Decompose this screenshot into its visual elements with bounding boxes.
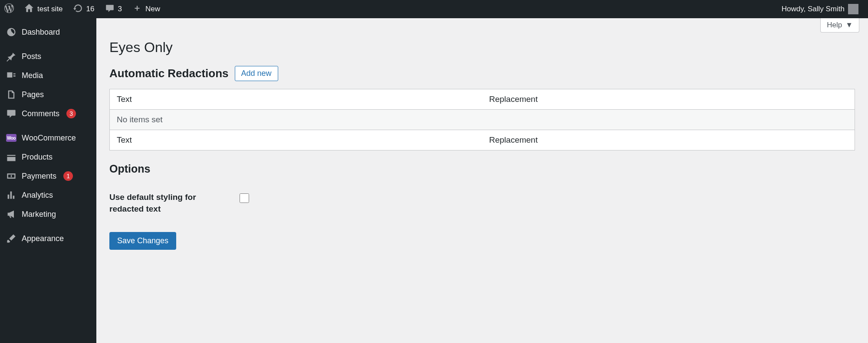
sidebar-item-label: Posts bbox=[22, 52, 41, 61]
brush-icon bbox=[6, 233, 16, 244]
sidebar-item-label: Comments bbox=[22, 109, 59, 118]
sidebar-item-comments[interactable]: Comments 3 bbox=[0, 104, 96, 123]
sidebar-item-woocommerce[interactable]: Woo WooCommerce bbox=[0, 128, 96, 147]
plus-icon bbox=[132, 3, 142, 15]
add-new-button[interactable]: Add new bbox=[235, 66, 278, 81]
wordpress-logo-icon bbox=[4, 3, 14, 15]
dashboard-icon bbox=[6, 27, 16, 37]
payments-badge: 1 bbox=[63, 171, 73, 181]
default-styling-label: Use default styling for redacted text bbox=[109, 192, 222, 215]
sidebar-item-label: Products bbox=[22, 153, 53, 162]
redactions-table: Text Replacement No items set Text Repla… bbox=[109, 89, 855, 150]
save-changes-button[interactable]: Save Changes bbox=[109, 232, 176, 250]
admin-toolbar-right: Howdy, Sally Smith bbox=[777, 0, 864, 18]
sidebar-item-marketing[interactable]: Marketing bbox=[0, 205, 96, 224]
col-replacement[interactable]: Replacement bbox=[482, 89, 855, 110]
site-name-label: test site bbox=[37, 5, 63, 13]
megaphone-icon bbox=[6, 209, 16, 219]
user-avatar-icon bbox=[848, 4, 858, 14]
wordpress-logo-menu[interactable] bbox=[0, 0, 19, 18]
new-content-link[interactable]: New bbox=[127, 0, 165, 18]
comments-count: 3 bbox=[118, 5, 122, 13]
page-title: Eyes Only bbox=[109, 39, 855, 56]
sidebar-item-label: Appearance bbox=[22, 234, 64, 243]
woocommerce-icon: Woo bbox=[6, 133, 16, 143]
admin-toolbar: test site 16 3 New Howdy, Sally Smith bbox=[0, 0, 868, 18]
comment-icon bbox=[6, 108, 16, 119]
page-icon bbox=[6, 89, 16, 100]
col-replacement-footer[interactable]: Replacement bbox=[482, 130, 855, 150]
sidebar-item-label: Marketing bbox=[22, 210, 56, 219]
chevron-down-icon: ▼ bbox=[845, 21, 853, 29]
analytics-icon bbox=[6, 190, 16, 200]
sidebar-item-dashboard[interactable]: Dashboard bbox=[0, 23, 96, 42]
sidebar-item-pages[interactable]: Pages bbox=[0, 85, 96, 104]
options-title: Options bbox=[109, 163, 855, 175]
admin-toolbar-left: test site 16 3 New bbox=[0, 0, 165, 18]
sidebar-item-payments[interactable]: Payments 1 bbox=[0, 167, 96, 186]
new-label: New bbox=[145, 5, 160, 13]
help-tab[interactable]: Help ▼ bbox=[820, 18, 859, 33]
redactions-header: Automatic Redactions Add new bbox=[109, 66, 855, 81]
updates-link[interactable]: 16 bbox=[68, 0, 100, 18]
empty-message: No items set bbox=[110, 110, 855, 130]
update-icon bbox=[73, 3, 83, 15]
pin-icon bbox=[6, 51, 16, 62]
comments-link[interactable]: 3 bbox=[100, 0, 127, 18]
main-content: Help ▼ Eyes Only Automatic Redactions Ad… bbox=[96, 18, 868, 343]
screen-meta: Help ▼ bbox=[109, 18, 859, 33]
default-styling-checkbox[interactable] bbox=[240, 193, 249, 203]
sidebar-item-label: Media bbox=[22, 71, 43, 80]
col-text[interactable]: Text bbox=[110, 89, 483, 110]
comment-icon bbox=[105, 3, 115, 15]
table-header-row: Text Replacement bbox=[110, 89, 855, 110]
sidebar-item-media[interactable]: Media bbox=[0, 66, 96, 85]
sidebar-item-label: WooCommerce bbox=[22, 134, 76, 143]
sidebar-item-analytics[interactable]: Analytics bbox=[0, 186, 96, 205]
table-row-empty: No items set bbox=[110, 110, 855, 130]
table-footer-row: Text Replacement bbox=[110, 130, 855, 150]
media-icon bbox=[6, 70, 16, 81]
sidebar-item-products[interactable]: Products bbox=[0, 147, 96, 167]
redactions-title: Automatic Redactions bbox=[109, 67, 229, 80]
updates-count: 16 bbox=[86, 5, 95, 13]
sidebar-item-label: Analytics bbox=[22, 191, 53, 200]
comments-badge: 3 bbox=[66, 109, 76, 118]
sidebar-item-label: Payments bbox=[22, 172, 56, 181]
default-styling-row: Use default styling for redacted text bbox=[109, 192, 855, 215]
admin-sidebar: Dashboard Posts Media Pages bbox=[0, 18, 96, 343]
sidebar-item-posts[interactable]: Posts bbox=[0, 47, 96, 66]
account-menu[interactable]: Howdy, Sally Smith bbox=[777, 0, 864, 18]
home-icon bbox=[24, 3, 34, 15]
howdy-text: Howdy, Sally Smith bbox=[782, 5, 845, 13]
payments-icon bbox=[6, 171, 16, 181]
sidebar-item-label: Dashboard bbox=[22, 28, 60, 37]
help-label: Help bbox=[827, 21, 842, 29]
site-name-link[interactable]: test site bbox=[19, 0, 68, 18]
sidebar-item-label: Pages bbox=[22, 90, 44, 99]
col-text-footer[interactable]: Text bbox=[110, 130, 483, 150]
sidebar-item-appearance[interactable]: Appearance bbox=[0, 229, 96, 248]
products-icon bbox=[6, 152, 16, 162]
